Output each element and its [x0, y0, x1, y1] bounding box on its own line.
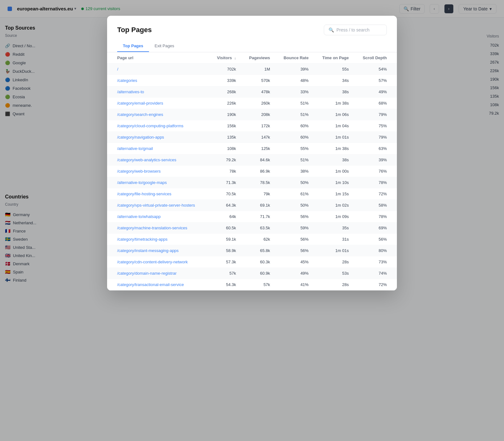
modal-header: Top Pages 🔍 Press / to search: [107, 16, 397, 40]
search-box[interactable]: 🔍 Press / to search: [324, 25, 387, 35]
top-pages-modal: Top Pages 🔍 Press / to search Top Pages …: [107, 16, 397, 290]
cell-bounce-rate: 38%: [275, 166, 313, 177]
cell-url: /category/vps-virtual-private-server-hos…: [107, 200, 209, 211]
cell-url: /category/file-hosting-services: [107, 188, 209, 200]
col-time-on-page: Time on Page: [314, 52, 354, 64]
col-page-url: Page url: [107, 52, 209, 64]
cell-visitors: 190k: [209, 109, 241, 120]
cell-visitors: 79.2k: [209, 154, 241, 166]
table-row[interactable]: /category/navigation-apps 135k 147k 60% …: [107, 132, 397, 143]
cell-bounce-rate: 56%: [275, 234, 313, 245]
modal-tabs: Top Pages Exit Pages: [107, 40, 397, 52]
tab-top-pages[interactable]: Top Pages: [117, 40, 149, 52]
cell-pageviews: 147k: [241, 132, 275, 143]
col-pageviews: Pageviews: [241, 52, 275, 64]
table-row[interactable]: /category/domain-name-registrar 57k 60.9…: [107, 268, 397, 279]
sort-icon: ↓: [234, 56, 236, 60]
table-row[interactable]: /alternatives-to 268k 478k 33% 38s 49%: [107, 86, 397, 98]
search-icon: 🔍: [329, 27, 334, 32]
cell-visitors: 64k: [209, 211, 241, 222]
cell-bounce-rate: 51%: [275, 109, 313, 120]
cell-visitors: 57.3k: [209, 256, 241, 268]
cell-pageviews: 69.1k: [241, 200, 275, 211]
search-placeholder: Press / to search: [336, 27, 369, 32]
cell-time-on-page: 1m 01s: [314, 245, 354, 256]
table-row[interactable]: /category/web-browsers 78k 86.9k 38% 1m …: [107, 166, 397, 177]
table-row[interactable]: /category/timetracking-apps 59.1k 62k 56…: [107, 234, 397, 245]
cell-scroll-depth: 58%: [354, 200, 397, 211]
table-row[interactable]: /category/machine-translation-services 6…: [107, 222, 397, 234]
table-row[interactable]: / 702k 1M 39% 55s 54%: [107, 64, 397, 75]
cell-visitors: 71.3k: [209, 177, 241, 188]
cell-time-on-page: 1m 06s: [314, 109, 354, 120]
cell-scroll-depth: 73%: [354, 256, 397, 268]
cell-time-on-page: 1m 38s: [314, 98, 354, 109]
cell-pageviews: 172k: [241, 120, 275, 132]
cell-url: /alternative-to/google-maps: [107, 177, 209, 188]
table-row[interactable]: /category/cloud-computing-platforms 156k…: [107, 120, 397, 132]
table-row[interactable]: /category/email-providers 226k 260k 51% …: [107, 98, 397, 109]
cell-pageviews: 86.9k: [241, 166, 275, 177]
cell-visitors: 70.5k: [209, 188, 241, 200]
cell-time-on-page: 1m 38s: [314, 143, 354, 154]
cell-pageviews: 570k: [241, 75, 275, 86]
table-row[interactable]: /alternative-to/google-maps 71.3k 78.5k …: [107, 177, 397, 188]
table-row[interactable]: /category/search-engines 190k 208k 51% 1…: [107, 109, 397, 120]
table-row[interactable]: /category/cdn-content-delivery-network 5…: [107, 256, 397, 268]
cell-scroll-depth: 56%: [354, 234, 397, 245]
cell-time-on-page: 31s: [314, 234, 354, 245]
cell-time-on-page: 1m 15s: [314, 188, 354, 200]
cell-url: /category/machine-translation-services: [107, 222, 209, 234]
cell-bounce-rate: 41%: [275, 279, 313, 290]
cell-bounce-rate: 56%: [275, 211, 313, 222]
cell-pageviews: 60.9k: [241, 268, 275, 279]
cell-url: /category/web-browsers: [107, 166, 209, 177]
table-row[interactable]: /alternative-to/gmail 108k 125k 55% 1m 3…: [107, 143, 397, 154]
table-row[interactable]: /alternative-to/whatsapp 64k 71.7k 56% 1…: [107, 211, 397, 222]
cell-scroll-depth: 68%: [354, 98, 397, 109]
table-row[interactable]: /category/vps-virtual-private-server-hos…: [107, 200, 397, 211]
cell-bounce-rate: 49%: [275, 268, 313, 279]
table-row[interactable]: /category/transactional-email-service 54…: [107, 279, 397, 290]
cell-time-on-page: 28s: [314, 256, 354, 268]
cell-scroll-depth: 75%: [354, 120, 397, 132]
col-bounce-rate: Bounce Rate: [275, 52, 313, 64]
cell-bounce-rate: 48%: [275, 75, 313, 86]
cell-bounce-rate: 33%: [275, 86, 313, 98]
cell-url: /category/web-analytics-services: [107, 154, 209, 166]
col-visitors[interactable]: Visitors ↓: [209, 52, 241, 64]
cell-url: /category/timetracking-apps: [107, 234, 209, 245]
cell-bounce-rate: 39%: [275, 64, 313, 75]
cell-bounce-rate: 55%: [275, 143, 313, 154]
cell-url: /category/instant-messaging-apps: [107, 245, 209, 256]
cell-time-on-page: 28s: [314, 279, 354, 290]
cell-scroll-depth: 54%: [354, 64, 397, 75]
cell-visitors: 57k: [209, 268, 241, 279]
cell-url: /category/search-engines: [107, 109, 209, 120]
cell-time-on-page: 55s: [314, 64, 354, 75]
cell-url: /category/domain-name-registrar: [107, 268, 209, 279]
cell-time-on-page: 35s: [314, 222, 354, 234]
table-container[interactable]: Page url Visitors ↓ Pageviews Bounce Rat…: [107, 52, 397, 290]
cell-bounce-rate: 60%: [275, 120, 313, 132]
cell-scroll-depth: 72%: [354, 188, 397, 200]
cell-bounce-rate: 50%: [275, 177, 313, 188]
cell-time-on-page: 1m 10s: [314, 177, 354, 188]
cell-scroll-depth: 78%: [354, 211, 397, 222]
modal-title: Top Pages: [117, 26, 152, 34]
cell-visitors: 54.3k: [209, 279, 241, 290]
cell-visitors: 702k: [209, 64, 241, 75]
cell-time-on-page: 53s: [314, 268, 354, 279]
table-row[interactable]: /categories 339k 570k 48% 34s 57%: [107, 75, 397, 86]
cell-visitors: 78k: [209, 166, 241, 177]
table-row[interactable]: /category/instant-messaging-apps 58.9k 6…: [107, 245, 397, 256]
cell-scroll-depth: 78%: [354, 177, 397, 188]
cell-visitors: 64.3k: [209, 200, 241, 211]
table-row[interactable]: /category/web-analytics-services 79.2k 8…: [107, 154, 397, 166]
tab-exit-pages[interactable]: Exit Pages: [149, 40, 180, 52]
cell-pageviews: 62k: [241, 234, 275, 245]
cell-bounce-rate: 50%: [275, 200, 313, 211]
table-row[interactable]: /category/file-hosting-services 70.5k 79…: [107, 188, 397, 200]
cell-time-on-page: 38s: [314, 154, 354, 166]
cell-scroll-depth: 49%: [354, 86, 397, 98]
